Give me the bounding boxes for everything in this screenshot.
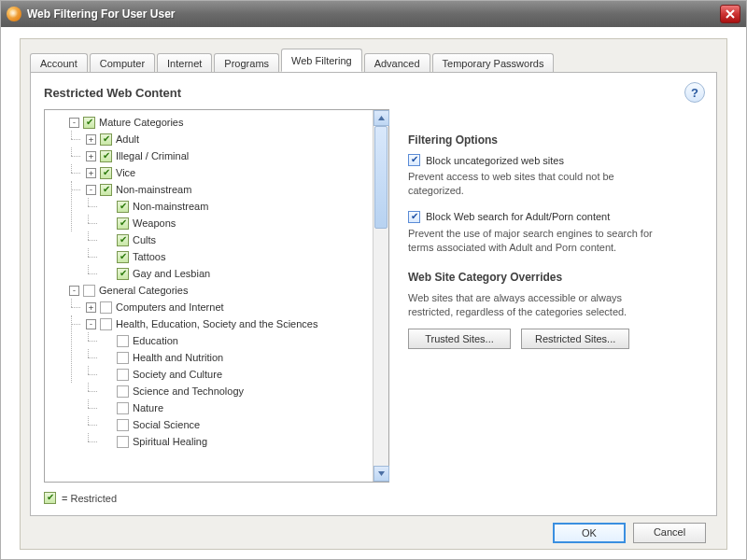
restricted-sites-button[interactable]: Restricted Sites...: [521, 329, 629, 349]
content-area: AccountComputerInternetProgramsWeb Filte…: [20, 38, 727, 550]
category-checkbox[interactable]: [100, 184, 112, 196]
columns: -Mature Categories+Adult+Illegal / Crimi…: [44, 109, 703, 483]
tree-row: Health and Nutrition: [99, 349, 373, 366]
category-label[interactable]: Society and Culture: [133, 369, 222, 380]
collapse-icon[interactable]: -: [69, 118, 79, 128]
category-label[interactable]: Science and Technology: [133, 385, 244, 397]
tree-node: Cults: [99, 231, 373, 248]
expander-placeholder: [103, 252, 113, 262]
expand-icon[interactable]: +: [86, 151, 96, 161]
cancel-button[interactable]: Cancel: [633, 523, 706, 543]
close-button[interactable]: [720, 5, 740, 23]
category-label[interactable]: Health, Education, Society and the Scien…: [116, 318, 317, 329]
tree-node: -General Categories+Computers and Intern…: [65, 282, 373, 450]
expander-placeholder: [103, 386, 113, 397]
tab-computer[interactable]: Computer: [90, 53, 155, 73]
tree-row: Nature: [99, 399, 373, 416]
category-checkbox[interactable]: [100, 150, 112, 162]
category-label[interactable]: Non-mainstream: [133, 201, 208, 212]
category-label[interactable]: Gay and Lesbian: [133, 268, 210, 279]
overrides-heading: Web Site Category Overrides: [408, 271, 703, 284]
block-adult-search-desc: Prevent the use of major search engines …: [408, 227, 669, 255]
tree-node: +Computers and Internet: [82, 299, 373, 315]
scroll-track[interactable]: [374, 126, 388, 466]
category-checkbox[interactable]: [117, 419, 129, 431]
tree-scrollbar[interactable]: [373, 110, 388, 482]
block-uncategorized-checkbox[interactable]: [408, 154, 420, 166]
collapse-icon[interactable]: -: [69, 286, 79, 296]
tree-row: Cults: [99, 231, 373, 248]
block-uncategorized-row: Block uncategorized web sites: [408, 154, 703, 166]
tab-web-filtering[interactable]: Web Filtering: [281, 49, 362, 72]
trusted-sites-button[interactable]: Trusted Sites...: [408, 329, 511, 349]
tab-temporary-passwords[interactable]: Temporary Passwords: [432, 53, 555, 73]
category-checkbox[interactable]: [117, 385, 129, 398]
tab-account[interactable]: Account: [30, 53, 88, 73]
category-checkbox[interactable]: [83, 285, 95, 297]
tree-node: -Mature Categories+Adult+Illegal / Crimi…: [65, 114, 373, 282]
tab-internet[interactable]: Internet: [157, 53, 212, 73]
help-icon: ?: [691, 86, 698, 100]
block-uncategorized-desc: Prevent access to web sites that could n…: [408, 170, 669, 198]
category-label[interactable]: Mature Categories: [99, 117, 184, 128]
dialog-window: Web Filtering For User User AccountCompu…: [0, 0, 747, 560]
category-checkbox[interactable]: [117, 369, 129, 381]
expander-placeholder: [103, 269, 113, 279]
tab-programs[interactable]: Programs: [214, 53, 279, 73]
tree-row: Science and Technology: [99, 383, 373, 399]
category-label[interactable]: Health and Nutrition: [133, 352, 223, 363]
category-checkbox[interactable]: [117, 402, 129, 414]
category-label[interactable]: Tattoos: [133, 251, 165, 262]
category-checkbox[interactable]: [100, 167, 112, 179]
category-checkbox[interactable]: [117, 436, 129, 448]
tree-node: -Non-mainstreamNon-mainstreamWeaponsCult…: [82, 181, 373, 282]
category-label[interactable]: Social Science: [133, 419, 200, 430]
category-label[interactable]: Adult: [116, 133, 139, 145]
category-label[interactable]: Computers and Internet: [116, 301, 224, 313]
collapse-icon[interactable]: -: [86, 185, 96, 195]
scroll-down-button[interactable]: [374, 466, 389, 482]
category-label[interactable]: General Categories: [99, 285, 188, 296]
tab-strip: AccountComputerInternetProgramsWeb Filte…: [21, 39, 726, 72]
scroll-up-button[interactable]: [374, 110, 389, 126]
overrides-desc: Web sites that are always accessible or …: [408, 291, 669, 319]
tree-node: Education: [99, 332, 373, 349]
block-adult-search-checkbox[interactable]: [408, 211, 420, 223]
category-checkbox[interactable]: [117, 234, 129, 246]
category-checkbox[interactable]: [117, 268, 129, 280]
category-checkbox[interactable]: [100, 133, 112, 146]
category-checkbox[interactable]: [83, 117, 95, 129]
scroll-thumb[interactable]: [374, 126, 388, 229]
category-label[interactable]: Illegal / Criminal: [116, 150, 189, 161]
category-checkbox[interactable]: [100, 301, 112, 314]
expander-placeholder: [103, 370, 113, 380]
block-adult-search-label[interactable]: Block Web search for Adult/Porn content: [426, 211, 610, 222]
window-title: Web Filtering For User User: [27, 7, 720, 21]
category-checkbox[interactable]: [117, 335, 129, 347]
category-label[interactable]: Education: [133, 335, 178, 346]
tree-node: Spiritual Healing: [99, 433, 373, 450]
expand-icon[interactable]: +: [86, 134, 96, 145]
expand-icon[interactable]: +: [86, 302, 96, 313]
tree-node: Non-mainstream: [99, 198, 373, 215]
category-checkbox[interactable]: [117, 352, 129, 364]
category-checkbox[interactable]: [100, 318, 112, 330]
tree-row: Society and Culture: [99, 366, 373, 383]
ok-button[interactable]: OK: [553, 523, 626, 543]
help-button[interactable]: ?: [684, 82, 705, 103]
tab-advanced[interactable]: Advanced: [364, 53, 430, 73]
category-checkbox[interactable]: [117, 251, 129, 263]
category-checkbox[interactable]: [117, 217, 129, 230]
category-label[interactable]: Cults: [133, 234, 156, 245]
category-checkbox[interactable]: [117, 201, 129, 213]
category-label[interactable]: Non-mainstream: [116, 184, 191, 195]
expand-icon[interactable]: +: [86, 168, 96, 178]
tree-node: -Health, Education, Society and the Scie…: [82, 315, 373, 450]
category-label[interactable]: Nature: [133, 402, 163, 413]
collapse-icon[interactable]: -: [86, 319, 96, 329]
block-uncategorized-label[interactable]: Block uncategorized web sites: [426, 155, 564, 166]
category-label[interactable]: Spiritual Healing: [133, 436, 207, 447]
category-label[interactable]: Weapons: [133, 217, 176, 229]
block-adult-search-row: Block Web search for Adult/Porn content: [408, 211, 703, 223]
category-label[interactable]: Vice: [116, 167, 135, 178]
